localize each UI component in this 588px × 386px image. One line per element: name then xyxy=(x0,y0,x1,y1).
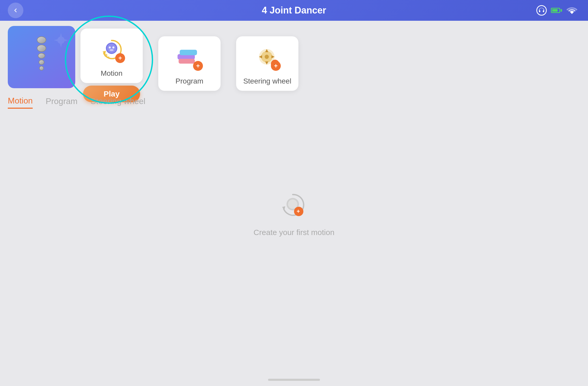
svg-point-24 xyxy=(288,199,297,209)
header: 4 Joint Dancer xyxy=(0,0,588,21)
svg-point-5 xyxy=(112,46,114,49)
empty-state: + Create your first motion xyxy=(254,191,334,237)
steering-icon-area: + + xyxy=(252,42,283,73)
svg-point-18 xyxy=(265,55,269,59)
svg-point-4 xyxy=(109,46,111,49)
motion-icon-area: + xyxy=(96,34,127,65)
svg-point-6 xyxy=(110,49,114,51)
tabs-area: Motion Program Steering wheel xyxy=(8,96,145,109)
steering-plus-badge[interactable]: + xyxy=(271,61,281,71)
svg-point-7 xyxy=(104,54,107,57)
empty-state-text: Create your first motion xyxy=(254,228,334,237)
status-icons xyxy=(536,5,578,16)
svg-rect-10 xyxy=(180,50,197,55)
steering-card-label: Steering wheel xyxy=(243,77,291,85)
battery-icon xyxy=(551,8,562,13)
scrollbar[interactable] xyxy=(268,379,320,381)
page-title: 4 Joint Dancer xyxy=(262,5,326,16)
program-card-label: Program xyxy=(175,77,203,85)
steering-wheel-card[interactable]: + + Steering wheel xyxy=(236,36,298,91)
tab-program[interactable]: Program xyxy=(46,96,78,108)
wifi-icon xyxy=(566,6,578,15)
program-icon-area: + xyxy=(174,42,205,73)
svg-point-3 xyxy=(107,44,116,53)
program-card[interactable]: + Program xyxy=(158,36,221,91)
tab-motion[interactable]: Motion xyxy=(8,96,33,109)
back-button[interactable] xyxy=(8,3,23,18)
svg-rect-11 xyxy=(179,59,195,64)
motion-plus-badge[interactable]: + xyxy=(115,53,125,63)
headset-icon xyxy=(536,5,547,16)
empty-state-icon: + xyxy=(276,191,312,222)
svg-point-8 xyxy=(107,56,110,58)
motion-card[interactable]: + Motion xyxy=(80,29,143,83)
program-plus-badge[interactable]: + xyxy=(193,61,203,71)
svg-text:+: + xyxy=(297,208,300,215)
motion-card-label: Motion xyxy=(101,69,122,78)
tab-steering-wheel[interactable]: Steering wheel xyxy=(91,96,146,108)
motion-card-wrapper: + Motion Play xyxy=(80,29,143,102)
